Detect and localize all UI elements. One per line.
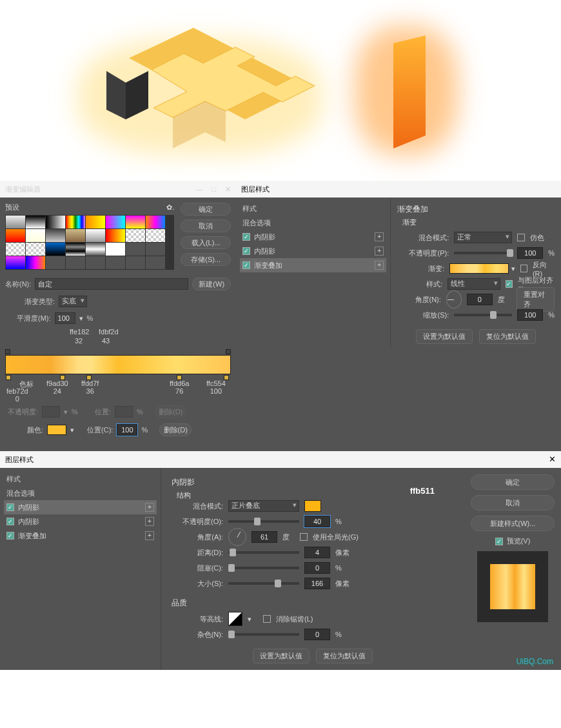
global-light-checkbox[interactable]	[300, 533, 308, 541]
load-button[interactable]: 载入(L)...	[181, 236, 231, 249]
size-slider[interactable]	[228, 582, 299, 585]
antialias-checkbox[interactable]	[263, 615, 271, 623]
location-input[interactable]	[117, 424, 137, 436]
svg-marker-0	[106, 71, 126, 119]
color-code-overlay: ffb511	[410, 486, 435, 496]
scale-slider[interactable]	[454, 314, 512, 316]
window-title: 渐变编辑器	[5, 181, 41, 197]
fx-inner-shadow-1[interactable]: ✓内阴影+	[240, 230, 386, 244]
reset-default-button[interactable]: 复位为默认值	[479, 329, 536, 344]
smooth-label: 平滑度(M):	[17, 314, 51, 323]
hero-illustration	[0, 0, 561, 181]
blend-options[interactable]: 混合选项	[240, 216, 386, 230]
blend-mode-dropdown[interactable]: 正常	[454, 232, 512, 243]
opacity-input[interactable]	[517, 247, 543, 259]
reverse-checkbox[interactable]	[520, 265, 527, 272]
style-dropdown[interactable]: 线性	[448, 278, 500, 290]
gradient-picker[interactable]	[449, 263, 509, 274]
maximize-icon[interactable]: □	[212, 181, 217, 197]
type-dropdown[interactable]: 实底	[59, 296, 87, 307]
distance-slider[interactable]	[228, 551, 299, 554]
spread-slider[interactable]	[228, 567, 299, 569]
reset-default-button[interactable]: 复位为默认值	[316, 649, 373, 663]
blend-mode-dropdown[interactable]: 正片叠底	[228, 500, 299, 512]
make-default-button[interactable]: 设置为默认值	[253, 649, 310, 663]
fx-gradient-overlay[interactable]: ✓渐变叠加+	[4, 529, 157, 543]
fx-inner-shadow-2[interactable]: ✓内阴影+	[4, 514, 157, 529]
opacity-slider[interactable]	[228, 520, 299, 523]
smooth-input[interactable]	[55, 312, 75, 324]
gradient-bar[interactable]	[5, 355, 231, 374]
layer-style-inner-shadow-panel: 图层样式✕ 样式 混合选项 ✓内阴影+ ✓内阴影+ ✓渐变叠加+ 内阴影 结构 …	[0, 451, 561, 670]
delete-button-2[interactable]: 删除(D)	[159, 423, 192, 436]
plus-icon[interactable]: +	[375, 261, 384, 270]
noise-input[interactable]	[304, 629, 330, 640]
scale-input[interactable]	[517, 309, 543, 321]
close-icon[interactable]: ✕	[549, 451, 556, 468]
delete-button[interactable]: 删除(D)	[155, 405, 187, 418]
align-checkbox[interactable]: ✓	[506, 280, 513, 288]
angle-dial[interactable]	[446, 290, 462, 308]
svg-marker-1	[126, 71, 148, 119]
gradient-editor-titlebar[interactable]: 渐变编辑器 — □ ✕	[0, 181, 236, 197]
color-swatch[interactable]	[47, 425, 66, 435]
spread-input[interactable]	[304, 562, 330, 574]
save-button[interactable]: 存储(S)...	[181, 253, 231, 266]
blend-options[interactable]: 混合选项	[4, 486, 157, 500]
reset-align-button[interactable]: 重置对齐	[517, 287, 555, 312]
new-style-button[interactable]: 新建样式(W)...	[471, 516, 555, 531]
name-label: 名称(N):	[5, 279, 31, 289]
shape-plus	[90, 26, 335, 168]
svg-marker-5	[393, 35, 426, 148]
dither-checkbox[interactable]	[517, 234, 525, 241]
angle-input[interactable]	[467, 294, 493, 305]
gear-icon[interactable]: ✿.	[166, 203, 174, 212]
plus-icon[interactable]: +	[145, 503, 154, 512]
preview-thumb	[477, 551, 548, 622]
angle-input[interactable]	[251, 531, 277, 543]
presets-label: 预设	[5, 203, 19, 212]
type-label: 渐变类型:	[25, 297, 55, 307]
smooth-caret-icon[interactable]: ▾	[79, 314, 83, 323]
styles-header: 样式	[240, 201, 386, 216]
ok-button[interactable]: 确定	[181, 203, 231, 216]
ok-button[interactable]: 确定	[471, 474, 555, 490]
plus-icon[interactable]: +	[375, 247, 384, 256]
watermark: UiBQ.Com	[517, 657, 553, 666]
close-icon[interactable]: ✕	[225, 181, 231, 197]
cancel-button[interactable]: 取消	[181, 219, 231, 232]
make-default-button[interactable]: 设置为默认值	[416, 329, 473, 344]
opacity-input[interactable]	[304, 516, 330, 527]
color-swatch[interactable]	[304, 500, 321, 512]
opacity-slider[interactable]	[454, 252, 512, 254]
fx-gradient-overlay[interactable]: ✓渐变叠加+	[240, 258, 386, 272]
styles-header: 样式	[4, 472, 157, 486]
shape-bar	[380, 35, 445, 158]
preset-grid[interactable]	[5, 215, 174, 270]
layer-style-gradient-panel: 图层样式 样式 混合选项 ✓内阴影+ ✓内阴影+ ✓渐变叠加+ 渐变叠加 渐变 …	[236, 181, 561, 451]
fx-inner-shadow-2[interactable]: ✓内阴影+	[240, 244, 386, 258]
svg-marker-3	[152, 47, 315, 117]
gradient-editor-panel: 渐变编辑器 — □ ✕ 预设 ✿. 确定	[0, 181, 236, 451]
plus-icon[interactable]: +	[145, 517, 154, 526]
preview-checkbox[interactable]: ✓	[495, 538, 503, 545]
name-input[interactable]	[35, 278, 188, 290]
plus-icon[interactable]: +	[145, 531, 154, 540]
fx-inner-shadow-1[interactable]: ✓内阴影+	[4, 500, 157, 514]
size-input[interactable]	[304, 578, 330, 589]
minimize-icon[interactable]: —	[196, 181, 203, 197]
angle-dial[interactable]	[228, 528, 246, 546]
cancel-button[interactable]: 取消	[471, 495, 555, 511]
noise-slider[interactable]	[228, 633, 299, 636]
contour-picker[interactable]	[228, 612, 242, 626]
plus-icon[interactable]: +	[375, 232, 384, 241]
distance-input[interactable]	[304, 547, 330, 558]
new-button[interactable]: 新建(W)	[192, 278, 231, 290]
